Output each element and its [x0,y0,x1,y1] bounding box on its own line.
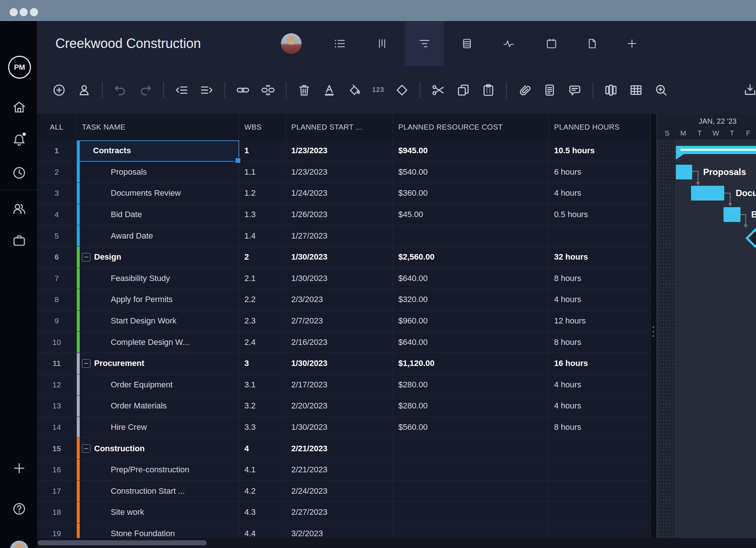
planned-hours-cell[interactable]: 6 hours [549,162,651,183]
planned-start-cell[interactable]: 1/23/2023 [286,140,393,161]
planned-start-cell[interactable]: 2/21/2023 [286,438,393,459]
planned-resource-cost-cell[interactable]: $640.00 [393,268,549,289]
wbs-cell[interactable]: 1.3 [239,204,286,225]
planned-hours-cell[interactable]: 10.5 hours [549,140,651,161]
sidebar-add-icon[interactable] [11,460,27,476]
table-row[interactable]: 9Start Design Work2.32/7/2023$960.0012 h… [37,311,651,332]
sidebar-home-icon[interactable] [11,99,27,115]
column-header-planned-resource-cost[interactable]: PLANNED RESOURCE COST [393,114,549,140]
task-name-cell[interactable]: Award Date [77,225,239,246]
planned-hours-cell[interactable]: 16 hours [549,353,651,374]
planned-hours-cell[interactable] [549,481,651,502]
planned-start-cell[interactable]: 2/21/2023 [286,459,393,480]
indent-icon[interactable] [199,83,214,97]
task-name-cell[interactable]: Construction Start ... [77,481,239,502]
planned-start-cell[interactable]: 2/3/2023 [286,289,393,310]
collapse-icon[interactable] [82,253,90,261]
table-row[interactable]: 4Bid Date1.31/26/2023$45.000.5 hours [37,204,651,226]
columns-icon[interactable] [604,83,618,97]
column-header-task-name[interactable]: TASK NAME [77,114,239,140]
wbs-cell[interactable]: 4.2 [239,481,286,502]
column-header-wbs[interactable]: WBS [239,114,286,140]
collapse-icon[interactable] [82,359,90,368]
planned-resource-cost-cell[interactable]: $360.00 [393,183,549,204]
tab-sheet-view[interactable] [447,21,487,66]
cut-icon[interactable] [431,83,446,97]
table-row[interactable]: 16Prep/Pre-construction4.12/21/2023 [37,459,651,481]
tab-add-view[interactable] [612,21,652,66]
attachment-icon[interactable] [517,83,532,97]
planned-resource-cost-cell[interactable] [393,459,549,480]
planned-resource-cost-cell[interactable]: $560.00 [393,417,549,438]
undo-icon[interactable] [113,83,128,97]
sidebar-recent-icon[interactable] [11,165,27,181]
task-name-cell[interactable]: Order Equipment [77,374,239,395]
table-row[interactable]: 17Construction Start ...4.22/24/2023 [37,481,651,502]
notes-icon[interactable] [542,83,557,97]
table-row[interactable]: 19Stone Foundation4.43/2/2023 [37,523,651,538]
column-header-planned-hours[interactable]: PLANNED HOURS [549,114,651,140]
wbs-cell[interactable]: 2 [239,247,286,268]
wbs-cell[interactable]: 4.1 [239,459,286,480]
task-name-cell[interactable]: Order Materials [77,395,239,417]
planned-resource-cost-cell[interactable]: $320.00 [393,289,549,310]
wbs-cell[interactable]: 1.1 [239,162,286,183]
planned-start-cell[interactable]: 1/23/2023 [286,162,393,183]
table-row[interactable]: 5Award Date1.41/27/2023 [37,225,651,247]
planned-start-cell[interactable]: 3/2/2023 [286,523,393,538]
user-avatar[interactable] [10,541,28,548]
planned-start-cell[interactable]: 1/27/2023 [286,225,393,246]
planned-hours-cell[interactable]: 8 hours [549,332,651,353]
planned-start-cell[interactable]: 1/30/2023 [286,353,393,374]
sidebar-team-icon[interactable] [11,201,27,216]
planned-resource-cost-cell[interactable]: $540.00 [393,162,549,183]
tab-activity-view[interactable] [489,21,528,66]
planned-hours-cell[interactable]: 8 hours [549,268,651,289]
task-name-cell[interactable]: Apply for Permits [77,289,239,310]
planned-hours-cell[interactable] [549,438,651,459]
planned-hours-cell[interactable]: 0.5 hours [549,204,651,225]
planned-hours-cell[interactable]: 4 hours [549,374,651,395]
wbs-cell[interactable]: 4.3 [239,502,286,523]
wbs-cell[interactable]: 3.3 [239,417,286,438]
planned-resource-cost-cell[interactable] [393,438,549,459]
planned-hours-cell[interactable]: 8 hours [549,417,651,438]
planned-hours-cell[interactable]: 12 hours [549,311,651,332]
planned-resource-cost-cell[interactable]: $2,560.00 [393,247,549,268]
table-row[interactable]: 14Hire Crew3.31/30/2023$560.008 hours [37,417,651,438]
planned-resource-cost-cell[interactable] [393,523,549,538]
planned-hours-cell[interactable] [549,502,651,523]
table-row[interactable]: 6Design21/30/2023$2,560.0032 hours [37,247,651,268]
link-icon[interactable] [236,83,250,97]
wbs-cell[interactable]: 3.1 [239,374,286,395]
horizontal-scrollbar-thumb[interactable] [38,540,207,545]
planned-hours-cell[interactable] [549,523,651,538]
tab-list-view[interactable] [320,21,359,66]
table-row[interactable]: 13Order Materials3.22/20/2023$280.004 ho… [37,395,651,417]
task-name-cell[interactable]: Stone Foundation [77,523,239,538]
planned-resource-cost-cell[interactable]: $1,120.00 [393,353,549,374]
task-name-cell[interactable]: Site work [77,502,239,523]
task-name-cell[interactable]: Design [77,247,239,268]
task-name-cell[interactable]: Hire Crew [77,417,239,438]
planned-hours-cell[interactable]: 4 hours [549,183,651,204]
planned-start-cell[interactable]: 2/20/2023 [286,395,393,417]
table-row[interactable]: 15Construction42/21/2023 [37,438,651,459]
delete-icon[interactable] [297,83,312,97]
wbs-cell[interactable]: 4.4 [239,523,286,538]
table-row[interactable]: 12Order Equipment3.12/17/2023$280.004 ho… [37,374,651,396]
milestone-icon[interactable] [395,83,409,97]
table-row[interactable]: 8Apply for Permits2.22/3/2023$320.004 ho… [37,289,651,311]
planned-resource-cost-cell[interactable] [393,481,549,502]
planned-resource-cost-cell[interactable] [393,225,549,246]
table-row[interactable]: 10Complete Design W...2.42/16/2023$640.0… [37,332,651,353]
planned-resource-cost-cell[interactable]: $45.00 [393,204,549,225]
planned-resource-cost-cell[interactable]: $640.00 [393,332,549,353]
table-row[interactable]: 3Documents Review1.21/24/2023$360.004 ho… [37,183,651,204]
window-maximize-button[interactable] [30,8,38,16]
table-row[interactable]: 2Proposals1.11/23/2023$540.006 hours [37,162,651,183]
planned-start-cell[interactable]: 2/27/2023 [286,502,393,523]
collapse-icon[interactable] [82,444,90,453]
planned-hours-cell[interactable]: 4 hours [549,395,651,417]
planned-start-cell[interactable]: 1/30/2023 [286,417,393,438]
